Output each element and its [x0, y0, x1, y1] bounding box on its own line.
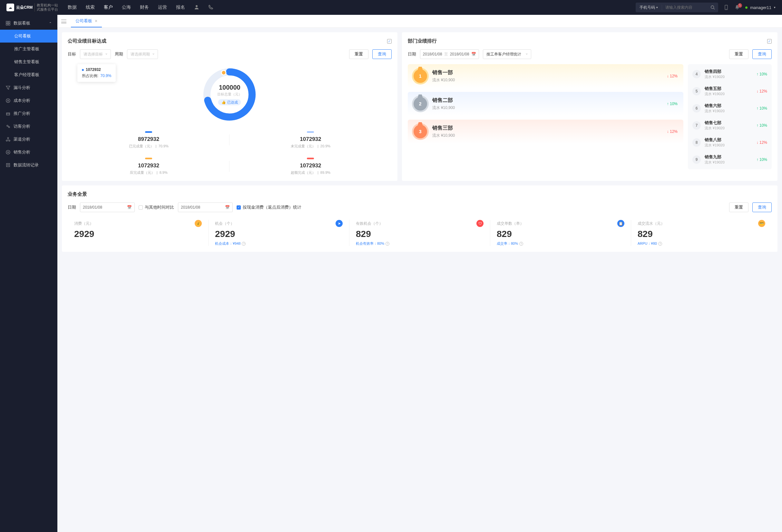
bell-icon[interactable]: 5: [734, 4, 740, 10]
tab-bar: 公司看板×: [58, 15, 782, 28]
top-nav: 数据 线索 客户 公海 财务 运营 报名: [68, 4, 213, 10]
stat-icon: 📋: [617, 220, 625, 227]
stat: 成交流水（元）💳829ARPU：¥80?: [631, 220, 772, 246]
nav-ops[interactable]: 运营: [158, 4, 167, 10]
sidebar-flow[interactable]: 数据流转记录: [0, 158, 58, 172]
target-select[interactable]: 请选择目标: [80, 49, 111, 59]
nav-signup[interactable]: 报名: [176, 4, 185, 10]
cash-checkbox[interactable]: ✓: [237, 205, 241, 210]
rank-query-button[interactable]: 查询: [752, 49, 772, 59]
rank-row[interactable]: 4销售四部流水 ¥19020↑ 10%: [688, 66, 772, 82]
compare-checkbox[interactable]: [139, 205, 143, 210]
nav-leads[interactable]: 线索: [86, 4, 95, 10]
rank-row[interactable]: 6销售六部流水 ¥19020↑ 10%: [688, 100, 772, 117]
search-input[interactable]: [662, 5, 707, 10]
rank-card[interactable]: 3销售三部流水 ¥10,900↓ 12%: [408, 119, 683, 143]
expand-icon[interactable]: ⤢: [387, 39, 392, 43]
donut-chart: 100000 目标总量（元） 👍已达成: [201, 66, 258, 123]
rank-card[interactable]: 2销售二部流水 ¥10,900↑ 10%: [408, 92, 683, 116]
rank-date-range[interactable]: 2018/01/08 至 2018/01/08 📅: [420, 49, 479, 59]
rank-stat-select[interactable]: 按工单客户经理统计: [483, 49, 531, 59]
stat-icon: 💰: [195, 220, 202, 227]
svg-line-14: [8, 126, 9, 127]
logo-sub1: 教育机构一站: [37, 3, 58, 7]
search-button[interactable]: [707, 5, 718, 10]
rank-date-label: 日期: [408, 51, 416, 57]
sidebar-visitor[interactable]: 访客分析: [0, 120, 58, 133]
sidebar-promo-board[interactable]: 推广主管看板: [0, 42, 58, 56]
query-button[interactable]: 查询: [372, 49, 392, 59]
logo-sub2: 式服务云平台: [37, 7, 58, 11]
nav-pool[interactable]: 公海: [122, 4, 131, 10]
svg-line-2: [714, 8, 715, 10]
target-label: 目标: [68, 51, 76, 57]
ov-date1[interactable]: 2018/01/08📅: [80, 203, 135, 212]
user-menu[interactable]: manager11▾: [745, 5, 776, 10]
nav-finance[interactable]: 财务: [140, 4, 149, 10]
medal-icon: 2: [414, 97, 427, 111]
rank-row[interactable]: 7销售七部流水 ¥19020↑ 10%: [688, 117, 772, 134]
thumbs-up-icon: 👍: [221, 100, 226, 104]
hamburger-icon[interactable]: [61, 19, 66, 23]
reset-button[interactable]: 重置: [349, 49, 368, 59]
cash-label: 按现金消费（返点后消费）统计: [243, 204, 301, 210]
app-header: ☁ 云朵CRM 教育机构一站 式服务云平台 数据 线索 客户 公海 财务 运营 …: [0, 0, 782, 15]
ov-reset-button[interactable]: 重置: [729, 203, 748, 212]
rank-row[interactable]: 8销售八部流水 ¥19020↓ 12%: [688, 134, 772, 151]
svg-point-1: [711, 6, 714, 9]
status-dot: [745, 6, 747, 9]
sidebar-promo[interactable]: 推广分析: [0, 107, 58, 120]
sidebar-sales[interactable]: 销售分析: [0, 146, 58, 158]
sidebar: 数据看板⌃ 公司看板 推广主管看板 销售主管看板 客户经理看板 漏斗分析 成本分…: [0, 15, 58, 532]
overview-card: 业务全景 日期 2018/01/08📅 与其他时间对比 2018/01/08📅 …: [62, 185, 778, 252]
svg-rect-5: [6, 21, 8, 23]
ov-date-label: 日期: [68, 204, 76, 210]
sidebar-channel[interactable]: 渠道分析: [0, 133, 58, 146]
sidebar-funnel[interactable]: 漏斗分析: [0, 81, 58, 94]
ranking-title: 部门业绩排行: [408, 38, 437, 44]
rank-reset-button[interactable]: 重置: [729, 49, 748, 59]
svg-point-15: [7, 137, 9, 139]
sidebar-company-board[interactable]: 公司看板: [0, 30, 58, 42]
stat: 成交单数（单）📋829成交率：80%?: [490, 220, 631, 246]
metric: 8972932已完成量（元） | 70.9%: [68, 131, 229, 149]
ov-date2[interactable]: 2018/01/08📅: [178, 203, 233, 212]
metric: 1072932应完成量（元） | 8.9%: [68, 158, 229, 175]
stat-icon: ➤: [335, 220, 343, 227]
tab-company-board[interactable]: 公司看板×: [71, 15, 102, 27]
help-icon[interactable]: ?: [386, 242, 389, 246]
logo-icon: ☁: [6, 4, 14, 11]
notif-badge: 5: [738, 3, 742, 8]
search-box: 手机号码 ▾: [636, 3, 718, 12]
ov-query-button[interactable]: 查询: [752, 203, 772, 212]
close-icon[interactable]: ×: [95, 19, 97, 24]
sidebar-dashboard[interactable]: 数据看板⌃: [0, 17, 58, 30]
donut-label: 目标总量（元）: [217, 92, 242, 97]
nav-phone-icon[interactable]: [208, 4, 213, 10]
rank-card[interactable]: 1销售一部流水 ¥10,900↓ 12%: [408, 64, 683, 88]
sidebar-mgr-board[interactable]: 客户经理看板: [0, 68, 58, 81]
nav-data[interactable]: 数据: [68, 4, 77, 10]
medal-icon: 1: [414, 69, 427, 83]
chevron-up-icon: ⌃: [49, 22, 51, 25]
help-icon[interactable]: ?: [658, 242, 662, 246]
logo-main: 云朵CRM: [16, 5, 33, 10]
phone-icon[interactable]: [723, 4, 729, 10]
help-icon[interactable]: ?: [519, 242, 523, 246]
help-icon[interactable]: ?: [242, 242, 246, 246]
medal-icon: 3: [414, 125, 427, 138]
rank-row[interactable]: 5销售五部流水 ¥19020↓ 12%: [688, 82, 772, 100]
overview-title: 业务全景: [68, 191, 87, 197]
nav-customers[interactable]: 客户: [104, 4, 113, 10]
svg-rect-8: [8, 24, 10, 25]
target-card: 公司业绩目标达成 ⤢ 目标 请选择目标 周期 请选择周期 重置 查询 10729…: [62, 32, 397, 181]
stat: 消费（元）💰2929: [68, 220, 209, 246]
rank-row[interactable]: 9销售九部流水 ¥19020↑ 10%: [688, 151, 772, 168]
sidebar-cost[interactable]: 成本分析: [0, 94, 58, 107]
period-select[interactable]: 请选择周期: [127, 49, 158, 59]
calendar-icon: 📅: [127, 205, 132, 210]
nav-user-icon[interactable]: [194, 4, 199, 10]
sidebar-sales-board[interactable]: 销售主管看板: [0, 56, 58, 68]
search-type-select[interactable]: 手机号码 ▾: [636, 5, 662, 10]
expand-icon[interactable]: ⤢: [767, 39, 772, 43]
